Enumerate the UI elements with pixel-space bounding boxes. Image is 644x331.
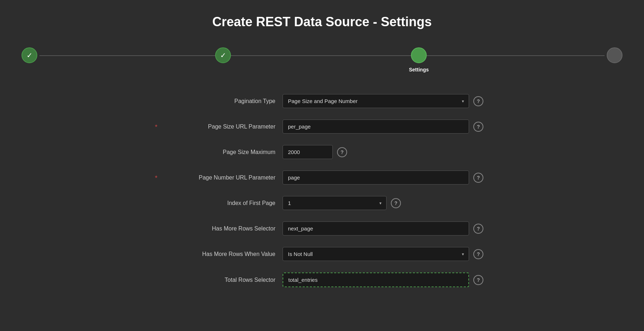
- page-size-max-group: ?: [283, 145, 483, 159]
- stepper-step-4: [607, 47, 622, 63]
- has-more-rows-when-value-help[interactable]: ?: [473, 249, 483, 259]
- step-2-checkmark: ✓: [220, 51, 226, 60]
- total-rows-selector-label: Total Rows Selector: [161, 277, 275, 283]
- page-container: Create REST Data Source - Settings ✓ ✓ S…: [0, 0, 644, 331]
- has-more-rows-selector-help[interactable]: ?: [473, 224, 483, 234]
- page-number-url-param-help-icon: ?: [477, 175, 480, 181]
- page-size-max-input[interactable]: [283, 145, 333, 159]
- index-first-page-group: 0 1 ▾ ?: [283, 196, 483, 210]
- total-rows-selector-help[interactable]: ?: [473, 275, 483, 285]
- step-circle-3[interactable]: [411, 47, 427, 63]
- step-circle-4[interactable]: [607, 47, 622, 63]
- has-more-rows-selector-row: Has More Rows Selector ?: [161, 222, 483, 236]
- page-size-max-row: Page Size Maximum ?: [161, 145, 483, 159]
- page-number-url-param-help[interactable]: ?: [473, 173, 483, 183]
- pagination-type-help-icon: ?: [477, 98, 480, 104]
- has-more-rows-when-value-select[interactable]: Is Not Null Is Null Is True Is False: [283, 247, 469, 261]
- has-more-rows-when-value-help-icon: ?: [477, 251, 480, 257]
- page-size-max-help-icon: ?: [341, 149, 344, 155]
- pagination-type-select-wrapper: Page Size and Page Number Offset and Lim…: [283, 94, 469, 108]
- stepper-step-3: Settings: [409, 47, 429, 73]
- page-number-url-param-label: * Page Number URL Parameter: [161, 174, 275, 181]
- total-rows-selector-input[interactable]: [283, 272, 469, 287]
- stepper-steps: ✓ ✓ Settings: [22, 47, 622, 73]
- step-circle-1[interactable]: ✓: [22, 47, 37, 63]
- pagination-type-group: Page Size and Page Number Offset and Lim…: [283, 94, 483, 108]
- pagination-type-help[interactable]: ?: [473, 96, 483, 106]
- total-rows-selector-help-icon: ?: [477, 277, 480, 283]
- has-more-rows-when-value-label: Has More Rows When Value: [161, 251, 275, 257]
- page-number-url-param-row: * Page Number URL Parameter ?: [161, 171, 483, 185]
- page-size-max-help[interactable]: ?: [337, 147, 347, 157]
- total-rows-selector-row: Total Rows Selector ?: [161, 272, 483, 287]
- pagination-type-label: Pagination Type: [161, 98, 275, 104]
- required-star-2: *: [155, 174, 157, 182]
- required-star-1: *: [155, 123, 157, 131]
- index-first-page-help[interactable]: ?: [391, 198, 401, 208]
- step-1-checkmark: ✓: [27, 51, 33, 60]
- page-size-url-param-label: * Page Size URL Parameter: [161, 123, 275, 130]
- has-more-rows-selector-input[interactable]: [283, 222, 469, 236]
- stepper-step-2: ✓: [215, 47, 231, 63]
- has-more-rows-selector-label: Has More Rows Selector: [161, 225, 275, 232]
- form-container: Pagination Type Page Size and Page Numbe…: [161, 94, 483, 287]
- has-more-rows-when-value-select-wrapper: Is Not Null Is Null Is True Is False ▾: [283, 247, 469, 261]
- step-circle-2[interactable]: ✓: [215, 47, 231, 63]
- page-size-max-label: Page Size Maximum: [161, 149, 275, 155]
- index-first-page-select-wrapper: 0 1 ▾: [283, 196, 387, 210]
- has-more-rows-selector-help-icon: ?: [477, 226, 480, 232]
- page-size-url-param-input[interactable]: [283, 120, 469, 134]
- stepper-step-1: ✓: [22, 47, 37, 63]
- page-number-url-param-input[interactable]: [283, 171, 469, 185]
- index-first-page-row: Index of First Page 0 1 ▾ ?: [161, 196, 483, 210]
- page-size-url-param-group: ?: [283, 120, 483, 134]
- page-title: Create REST Data Source - Settings: [22, 14, 622, 29]
- page-number-url-param-group: ?: [283, 171, 483, 185]
- pagination-type-row: Pagination Type Page Size and Page Numbe…: [161, 94, 483, 108]
- step-3-label: Settings: [409, 67, 429, 73]
- has-more-rows-when-value-group: Is Not Null Is Null Is True Is False ▾ ?: [283, 247, 483, 261]
- index-first-page-help-icon: ?: [394, 200, 398, 206]
- pagination-type-select[interactable]: Page Size and Page Number Offset and Lim…: [283, 94, 469, 108]
- progress-stepper: ✓ ✓ Settings: [22, 47, 622, 73]
- page-size-url-param-help-icon: ?: [477, 124, 480, 130]
- has-more-rows-when-value-row: Has More Rows When Value Is Not Null Is …: [161, 247, 483, 261]
- index-first-page-select[interactable]: 0 1: [283, 196, 387, 210]
- index-first-page-label: Index of First Page: [161, 200, 275, 206]
- page-size-url-param-row: * Page Size URL Parameter ?: [161, 120, 483, 134]
- page-size-url-param-help[interactable]: ?: [473, 122, 483, 132]
- has-more-rows-selector-group: ?: [283, 222, 483, 236]
- total-rows-selector-group: ?: [283, 272, 483, 287]
